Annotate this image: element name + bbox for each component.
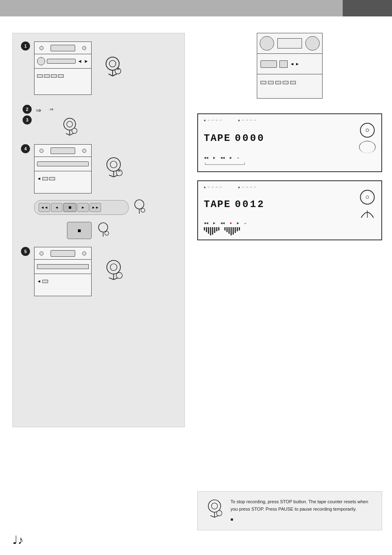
sub-icon-1c: ◄◄ (220, 156, 225, 160)
meter-10 (226, 227, 228, 232)
sub-icon-2f: ⇒ (244, 221, 246, 226)
right-panel: ◄ ► ▲ ─ ─ ─ ─ ▲ ─ ─ ─ ─ TAPE 0000 (197, 33, 382, 247)
right-device-top (257, 33, 322, 54)
svg-point-32 (212, 503, 218, 509)
stop-btn[interactable]: ■ (63, 203, 76, 212)
display-tape-label-1: TAPE (204, 133, 231, 144)
right-device-bot (257, 74, 322, 91)
level-meters (204, 227, 376, 235)
cd-slot (37, 57, 45, 65)
right-stereo-wrapper: ◄ ► (197, 33, 382, 105)
btn-rec (42, 177, 48, 180)
step-2-circle: 2 (23, 105, 32, 114)
tick-r1: ▲ ─ ─ ─ ─ (238, 118, 256, 122)
stereo-top-1 (35, 42, 91, 54)
btn-play (49, 177, 55, 180)
speaker-left-2 (39, 149, 44, 153)
right-stereo-device: ◄ ► (257, 33, 323, 99)
right-btn2 (279, 60, 288, 68)
svg-point-21 (99, 223, 108, 232)
back-btn[interactable]: ◄ (51, 203, 62, 212)
sub-icon-1a: ◄◄ (204, 156, 208, 160)
sub-icon-2b: ► (213, 221, 215, 226)
stereo-bot-1 (35, 69, 91, 83)
display-area (51, 45, 75, 51)
step-1-content: ◄ ► (34, 41, 176, 99)
stereo-device-2: ◄ (34, 144, 92, 193)
display-right-side-2 (359, 190, 376, 219)
step-1-circle: 1 (21, 41, 30, 51)
arrow-indicator-2: ◄ (37, 176, 41, 181)
svg-line-9 (66, 134, 70, 136)
tick-l2: ▲ ─ ─ ─ ─ (204, 185, 221, 189)
svg-line-34 (210, 516, 214, 517)
step-1-row: 1 ◄ ► (21, 41, 176, 99)
tick-r2: ▲ ─ ─ ─ ─ (238, 185, 256, 189)
step-23-circles: 2 3 (23, 105, 32, 124)
svg-point-20 (141, 208, 145, 212)
right-speaker-r (305, 36, 320, 51)
right-device-mid: ◄ ► (257, 54, 322, 74)
step-4-device-row: ◄ (34, 144, 176, 193)
meter-4 (210, 227, 211, 235)
bracket-line-1: └───────────────┘ (204, 163, 376, 167)
svg-point-13 (110, 161, 117, 168)
note-content: To stop recording, press STOP button. Th… (231, 498, 375, 513)
display-area-3 (51, 250, 75, 257)
right-arrow-indicator: ◄ ► (290, 62, 300, 66)
play-icon: ■ (78, 227, 81, 234)
svg-point-18 (135, 200, 144, 209)
right-tape-btn (261, 60, 277, 68)
right-btn6 (283, 81, 288, 84)
rewind-btn[interactable]: ◄◄ (39, 203, 50, 212)
arrow-left: ◄ (77, 58, 82, 64)
hand-icon-4 (131, 198, 148, 217)
svg-point-24 (107, 260, 120, 274)
right-speaker-l (260, 36, 274, 51)
note-end-mark: ■ (231, 516, 375, 523)
svg-line-15 (109, 175, 114, 177)
display-panel-1: ▲ ─ ─ ─ ─ ▲ ─ ─ ─ ─ TAPE 0000 ◄◄ ► ◄◄ ► … (197, 113, 382, 172)
display-panel-2: ▲ ─ ─ ─ ─ ▲ ─ ─ ─ ─ TAPE 0012 ◄◄ (197, 180, 382, 240)
fwd-btn[interactable]: ► (77, 203, 89, 212)
meter-5 (212, 227, 213, 235)
step-4-content: ◄ (34, 144, 176, 240)
sub-icon-2e: ► (237, 221, 239, 226)
svg-line-3 (108, 74, 113, 76)
display-digits-2: 0012 (235, 199, 265, 210)
display-digits-1: 0000 (235, 133, 265, 144)
svg-point-29 (116, 272, 122, 279)
note-box: To stop recording, press STOP button. Th… (197, 491, 382, 530)
meter-8 (218, 227, 219, 230)
hand-icon-1 (102, 55, 123, 81)
step-2-row: 2 3 ⇒ ⇒ (21, 105, 176, 138)
meter-7 (216, 227, 217, 231)
meter-2 (206, 227, 207, 232)
hand-icon-6 (102, 259, 125, 285)
svg-point-36 (217, 511, 222, 516)
btn-play-3 (42, 280, 48, 283)
repeat-symbol-1: ⇒ (36, 106, 41, 114)
volume-arc-1 (359, 141, 376, 153)
step-3-circle: 3 (23, 115, 32, 124)
volume-arc-2 (359, 206, 376, 219)
step-23-content: ⇒ ⇒ (36, 105, 176, 138)
speaker-left (39, 46, 44, 50)
meter-11 (228, 227, 230, 234)
meter-1 (204, 227, 205, 230)
step-5-content: ◄ (34, 247, 176, 300)
hand-icon-3 (102, 156, 125, 182)
speaker-left-3 (39, 251, 44, 256)
header-bar-right (343, 0, 392, 16)
disc-icon-2 (360, 190, 375, 205)
play-button[interactable]: ■ (67, 222, 92, 239)
tape-slot-3 (37, 264, 89, 269)
sub-icon-2a: ◄◄ (204, 221, 208, 226)
display-area-2 (51, 147, 75, 154)
btn1 (37, 74, 43, 78)
right-btn3 (261, 81, 266, 84)
stereo-bot-2: ◄ (35, 171, 91, 186)
ffwd-btn[interactable]: ►► (90, 203, 101, 212)
meter-13 (233, 227, 234, 235)
right-display (277, 38, 302, 48)
